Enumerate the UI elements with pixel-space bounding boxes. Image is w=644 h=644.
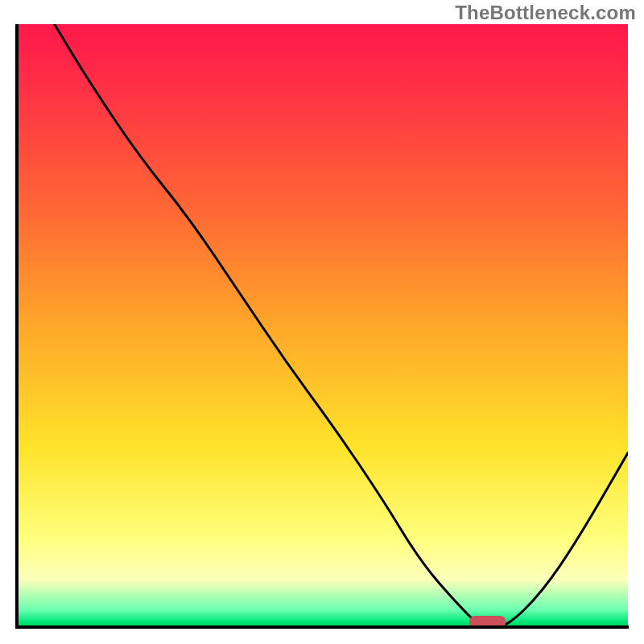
chart-container: TheBottleneck.com xyxy=(0,0,644,644)
y-axis-line xyxy=(15,24,19,629)
watermark-label: TheBottleneck.com xyxy=(455,2,636,24)
chart-overlay-svg xyxy=(18,24,628,628)
x-axis-line xyxy=(15,625,629,629)
bottleneck-curve xyxy=(55,24,629,628)
